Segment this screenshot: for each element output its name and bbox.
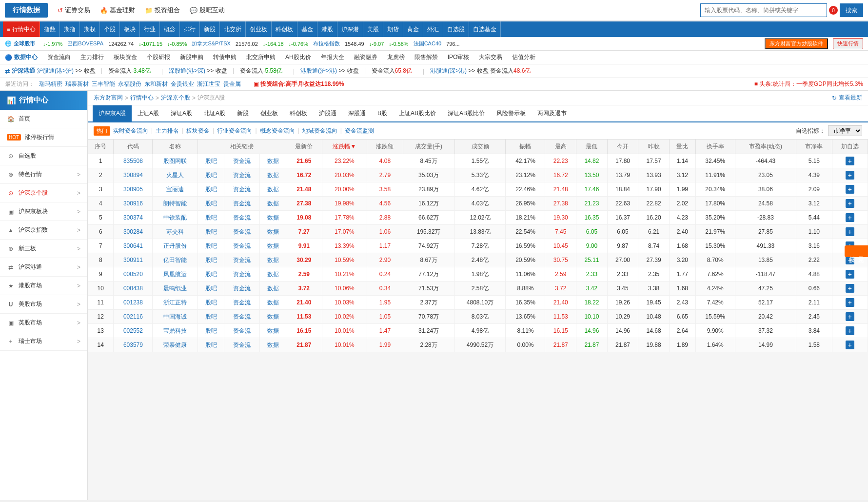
sub-link-industry-flow[interactable]: 行业资金流向 xyxy=(217,127,252,135)
recent-donghe[interactable]: 东和新材 xyxy=(144,80,168,88)
sidebar-item-uk-market[interactable]: ▣ 英股市场 > xyxy=(0,314,87,332)
cell-add[interactable]: + xyxy=(832,310,868,324)
second-nav-fund[interactable]: 基金 xyxy=(297,21,317,37)
cell-data[interactable]: 数据 xyxy=(260,225,286,239)
cell-guba[interactable]: 股吧 xyxy=(198,197,224,211)
cell-code[interactable]: 835508 xyxy=(114,154,153,168)
link-sector-capital[interactable]: 板块资金 xyxy=(114,53,137,61)
cell-data[interactable]: 数据 xyxy=(260,197,286,211)
cell-code[interactable]: 002116 xyxy=(114,310,153,324)
tab-shsz-a[interactable]: 沪深京A股 xyxy=(93,105,132,121)
sidebar-item-swiss-market[interactable]: + 瑞士市场 > xyxy=(0,332,87,351)
cell-capital[interactable]: 资金流 xyxy=(224,253,260,267)
sidebar-item-shszjy-stock[interactable]: ⊙ 沪深京个股 > xyxy=(0,184,87,202)
cell-code[interactable]: 000520 xyxy=(114,267,153,281)
cell-add[interactable]: + xyxy=(832,338,868,352)
ticker-canada-name[interactable]: 加拿大S&P/TSX xyxy=(192,40,230,47)
nav-portfolio[interactable]: 📁 投资组合 xyxy=(145,6,180,15)
second-nav-shsz-hk[interactable]: 沪深港 xyxy=(337,21,363,37)
cell-data[interactable]: 数据 xyxy=(260,211,286,225)
cell-code[interactable]: 300905 xyxy=(114,182,153,197)
breadcrumb-shszjy[interactable]: 沪深京个股 xyxy=(161,94,190,102)
second-nav-futures[interactable]: 期指 xyxy=(60,21,80,37)
cell-code[interactable]: 000438 xyxy=(114,281,153,296)
recent-sanfeng[interactable]: 三丰智能 xyxy=(92,80,115,88)
add-watchlist-btn[interactable]: + xyxy=(846,199,854,208)
cell-code[interactable]: 300894 xyxy=(114,168,153,182)
second-nav-industry[interactable]: 行业 xyxy=(140,21,160,37)
sidebar-item-shszjy-index[interactable]: ▲ 沪深京指数 > xyxy=(0,221,87,240)
link-new-stock-sub[interactable]: 新股申购 xyxy=(180,53,203,61)
sub-link-realtime-flow[interactable]: 实时资金流向 xyxy=(113,127,148,135)
hk-sz-north-link[interactable]: 深股通(港>深) xyxy=(169,67,205,74)
add-watchlist-btn[interactable]: + xyxy=(846,341,854,349)
indicator-select[interactable]: 市净率 市盈率 市销率 xyxy=(828,125,862,136)
link-main-rank[interactable]: 主力排行 xyxy=(80,53,104,61)
add-watchlist-btn[interactable]: + xyxy=(846,227,854,236)
tab-sz-ab-compare[interactable]: 深证AB股比价 xyxy=(442,105,491,121)
add-watchlist-btn[interactable]: + xyxy=(846,298,854,307)
add-watchlist-btn[interactable]: + xyxy=(846,157,854,165)
software-btn[interactable]: 东方财富官方炒股软件 xyxy=(765,38,828,49)
breadcrumb-market[interactable]: 行情中心 xyxy=(130,94,154,102)
link-capital-flow[interactable]: 资金流向 xyxy=(47,53,71,61)
second-nav-gold[interactable]: 黄金 xyxy=(403,21,423,37)
sidebar-item-home[interactable]: 🏠 首页 xyxy=(0,110,87,128)
cell-capital[interactable]: 资金流 xyxy=(224,324,260,338)
cell-add[interactable]: + xyxy=(832,324,868,338)
tab-b-share[interactable]: B股 xyxy=(372,105,393,121)
tab-sh-connect[interactable]: 沪股通 xyxy=(313,105,342,121)
cell-code[interactable]: 001238 xyxy=(114,296,153,310)
second-nav-sector[interactable]: 板块 xyxy=(120,21,140,37)
recent-ruitai[interactable]: 瑞泰新材 xyxy=(65,80,89,88)
second-nav-index[interactable]: 指数 xyxy=(40,21,60,37)
second-nav-ranking[interactable]: 排行 xyxy=(180,21,200,37)
second-nav-us[interactable]: 美股 xyxy=(363,21,383,37)
cell-capital[interactable]: 资金流 xyxy=(224,239,260,253)
cell-guba[interactable]: 股吧 xyxy=(198,253,224,267)
tab-sz-connect[interactable]: 深股通 xyxy=(342,105,372,121)
cell-add[interactable]: + xyxy=(832,281,868,296)
tab-gem[interactable]: 创业板 xyxy=(255,105,284,121)
cell-capital[interactable]: 资金流 xyxy=(224,281,260,296)
cell-guba[interactable]: 股吧 xyxy=(198,182,224,197)
recent-jingui[interactable]: 金贵银业 xyxy=(171,80,194,88)
cell-guba[interactable]: 股吧 xyxy=(198,168,224,182)
cell-capital[interactable]: 资金流 xyxy=(224,267,260,281)
cell-data[interactable]: 数据 xyxy=(260,154,286,168)
second-nav-watchlist[interactable]: 自选股 xyxy=(443,21,469,37)
cell-guba[interactable]: 股吧 xyxy=(198,310,224,324)
sub-link-sector-capital[interactable]: 板块资金 xyxy=(186,127,210,135)
headline-text[interactable]: 头条:统计局：一季度GDP同比增长5.3% xyxy=(759,80,863,87)
add-watchlist-btn[interactable]: + xyxy=(846,284,854,293)
cell-name[interactable]: 中国海诚 xyxy=(153,310,198,324)
add-watchlist-btn[interactable]: + xyxy=(846,185,854,194)
cell-code[interactable]: 002552 xyxy=(114,324,153,338)
cell-name[interactable]: 宝丽迪 xyxy=(153,182,198,197)
add-watchlist-btn[interactable]: + xyxy=(846,270,854,279)
cell-capital[interactable]: 资金流 xyxy=(224,296,260,310)
cell-guba[interactable]: 股吧 xyxy=(198,211,224,225)
cell-add[interactable]: + xyxy=(832,225,868,239)
recent-zhejiangshb[interactable]: 浙江世宝 xyxy=(197,80,220,88)
recent-ruimaJingmi[interactable]: 瑞玛精密 xyxy=(39,80,62,88)
cell-add[interactable]: + xyxy=(832,182,868,197)
nav-securities[interactable]: ↺ 证券交易 xyxy=(58,6,90,15)
tab-delisted[interactable]: 两网及退市 xyxy=(532,105,572,121)
cell-capital[interactable]: 资金流 xyxy=(224,168,260,182)
sidebar-item-us-market[interactable]: U 美股市场 > xyxy=(0,295,87,314)
second-nav-gem[interactable]: 创业板 xyxy=(246,21,272,37)
tab-risk[interactable]: 风险警示板 xyxy=(491,105,532,121)
link-bse-sub[interactable]: 北交所申购 xyxy=(246,53,276,61)
link-ah-compare[interactable]: AH股比价 xyxy=(285,53,311,61)
cell-data[interactable]: 数据 xyxy=(260,338,286,352)
cell-add[interactable]: + xyxy=(832,197,868,211)
second-nav-options[interactable]: 期权 xyxy=(80,21,100,37)
sidebar-item-shszjy-sector[interactable]: ▣ 沪深京板块 > xyxy=(0,202,87,221)
link-valuation[interactable]: 估值分析 xyxy=(512,53,535,61)
cell-name[interactable]: 股图网联 xyxy=(153,154,198,168)
tab-bse-a[interactable]: 北证A股 xyxy=(198,105,231,121)
search-input[interactable] xyxy=(700,3,827,17)
link-annual-report[interactable]: 年报大全 xyxy=(321,53,344,61)
hk-sh-south-link[interactable]: 港股通(沪>港) xyxy=(300,67,337,74)
